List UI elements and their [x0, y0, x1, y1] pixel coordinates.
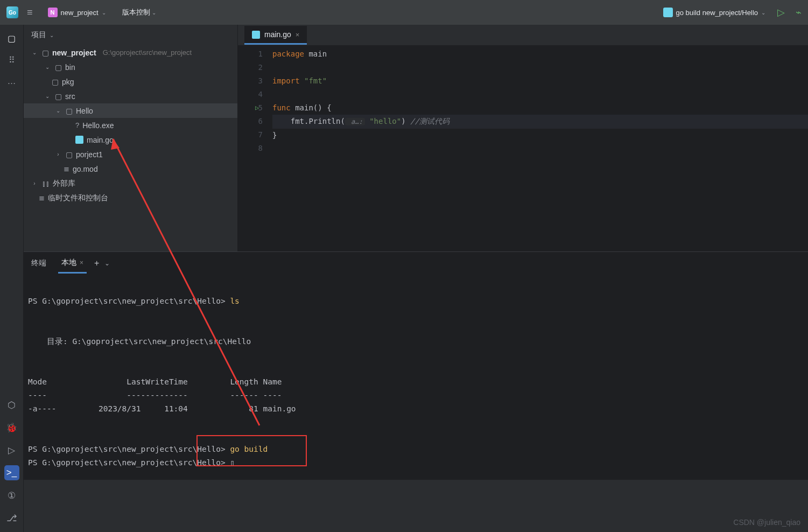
folder-icon: ▢: [66, 107, 73, 115]
tree-folder-hello[interactable]: ⌄ ▢ Hello: [24, 103, 237, 118]
tree-folder-src[interactable]: ⌄ ▢ src: [24, 89, 237, 103]
new-terminal-icon[interactable]: +: [94, 258, 99, 268]
project-tool-icon[interactable]: ▢: [6, 32, 18, 44]
project-name: new_project: [61, 9, 99, 17]
file-icon: ?: [75, 121, 79, 129]
tree-file-hello-exe[interactable]: ? Hello.exe: [24, 118, 237, 132]
more-tool-icon[interactable]: …: [6, 75, 18, 87]
folder-icon: ▢: [66, 150, 73, 159]
services-tool-icon[interactable]: ⬡: [4, 397, 19, 412]
watermark: CSDN @julien_qiao: [733, 518, 800, 527]
chevron-down-icon: ⌄: [761, 10, 765, 16]
close-icon[interactable]: ×: [296, 31, 300, 39]
debug-button[interactable]: ⌁: [796, 6, 802, 18]
chevron-right-icon: ›: [54, 151, 62, 157]
problems-tool-icon[interactable]: ①: [4, 488, 19, 503]
tree-file-main-go[interactable]: main.go: [24, 132, 237, 147]
tree-file-gomod[interactable]: ≣ go.mod: [24, 162, 237, 176]
terminal-panel: 终端 本地 × + ⌄ PS G:\goproject\src\new_proj…: [24, 251, 808, 480]
tree-folder-bin[interactable]: ⌄ ▢ bin: [24, 60, 237, 74]
project-badge-icon: N: [48, 8, 58, 17]
chevron-right-icon: ›: [30, 180, 39, 186]
folder-icon: ▢: [55, 92, 62, 101]
folder-icon: ▢: [52, 78, 59, 86]
tree-folder-porject1[interactable]: › ▢ porject1: [24, 147, 237, 162]
terminal-label[interactable]: 终端: [31, 258, 46, 268]
debug-tool-icon[interactable]: 🐞: [4, 420, 19, 435]
chevron-down-icon: ⌄: [43, 64, 52, 70]
vcs-menu[interactable]: 版本控制 ⌄: [122, 8, 157, 17]
chevron-down-icon: ⌄: [54, 108, 62, 114]
editor-tabs: main.go ×: [238, 25, 808, 45]
terminal-tool-icon[interactable]: >_: [4, 465, 19, 480]
run-tool-icon[interactable]: ▷: [4, 443, 19, 458]
structure-tool-icon[interactable]: ⠿: [6, 54, 18, 66]
terminal-tab-local[interactable]: 本地 ×: [58, 254, 87, 274]
app-logo: Go: [6, 6, 18, 18]
scratch-icon: ≣: [39, 194, 45, 202]
editor-tab-main-go[interactable]: main.go ×: [244, 26, 307, 45]
folder-icon: ▢: [42, 48, 49, 57]
terminal-body[interactable]: PS G:\goproject\src\new_project\src\Hell…: [24, 275, 808, 480]
run-button[interactable]: ▷: [777, 6, 785, 18]
tree-folder-pkg[interactable]: ▢ pkg: [24, 74, 237, 89]
chevron-down-icon: ⌄: [50, 32, 54, 38]
tree-root[interactable]: ⌄ ▢ new_project G:\goproject\src\new_pro…: [24, 45, 237, 60]
project-panel-header[interactable]: 项目 ⌄: [24, 25, 237, 45]
chevron-down-icon[interactable]: ⌄: [104, 260, 110, 267]
chevron-down-icon: ⌄: [152, 10, 156, 16]
library-icon: ⫿⫿: [42, 179, 50, 188]
titlebar: Go ≡ N new_project ⌄ 版本控制 ⌄ go build new…: [0, 0, 808, 25]
file-icon: ≣: [64, 165, 69, 173]
run-config-selector[interactable]: go build new_project/Hello ⌄: [663, 8, 765, 17]
main-menu-icon[interactable]: ≡: [27, 7, 33, 18]
git-tool-icon[interactable]: ⎇: [4, 510, 19, 526]
gopher-icon: [663, 8, 673, 17]
project-selector[interactable]: N new_project ⌄: [44, 5, 110, 19]
chevron-down-icon: ⌄: [102, 10, 106, 16]
tree-scratches[interactable]: ≣ 临时文件和控制台: [24, 191, 237, 205]
chevron-down-icon: ⌄: [30, 50, 39, 55]
gopher-icon: [252, 31, 260, 39]
terminal-tabs: 终端 本地 × + ⌄: [24, 252, 808, 275]
folder-icon: ▢: [55, 63, 62, 72]
chevron-down-icon: ⌄: [43, 93, 52, 99]
run-line-icon[interactable]: ▷: [255, 101, 259, 115]
gopher-icon: [75, 136, 83, 144]
tree-external-libs[interactable]: › ⫿⫿ 外部库: [24, 176, 237, 191]
close-icon[interactable]: ×: [80, 259, 83, 267]
bottom-tool-strip: ⬡ 🐞 ▷ >_ ① ⎇: [0, 251, 24, 532]
